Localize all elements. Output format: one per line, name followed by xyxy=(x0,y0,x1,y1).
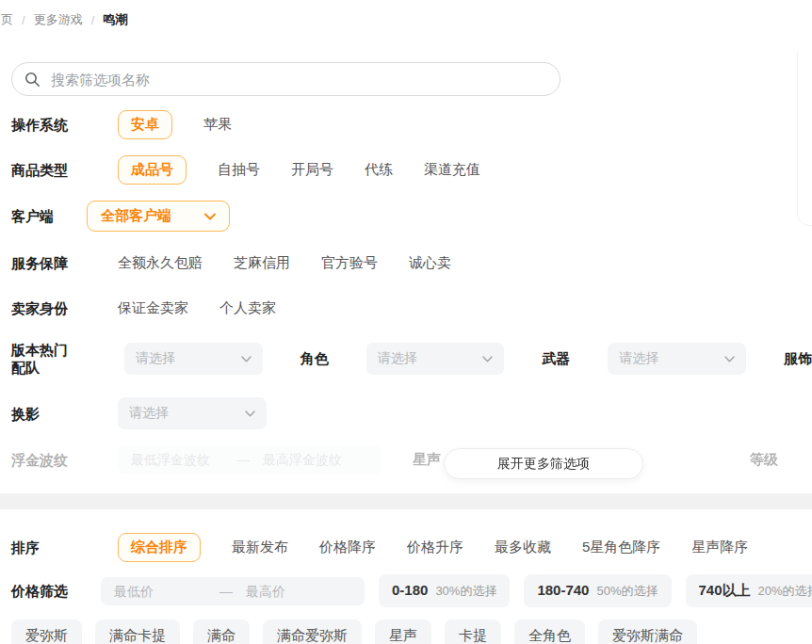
range-dash: — xyxy=(236,452,250,467)
price-range-box[interactable]: — xyxy=(101,577,365,605)
price-range-pill-mid[interactable]: 180-740 50%的选择 xyxy=(524,574,671,607)
sort-option-star-sound-desc[interactable]: 星声降序 xyxy=(691,539,748,556)
os-option-android[interactable]: 安卓 xyxy=(118,110,172,139)
weapon-label: 武器 xyxy=(542,350,570,368)
sort-option-comprehensive[interactable]: 综合排序 xyxy=(118,533,201,562)
breadcrumb-separator: / xyxy=(91,13,95,27)
ripple-range-box[interactable]: — xyxy=(118,445,382,474)
service-option-zhima-credit[interactable]: 芝麻信用 xyxy=(234,254,290,272)
filter-row-shadow: 换影 请选择 xyxy=(0,397,812,429)
tag-pill[interactable]: 满命卡提 xyxy=(95,620,180,644)
filter-row-client: 客户端 全部客户端 xyxy=(0,201,812,232)
filter-row-service: 服务保障 全额永久包赔 芝麻信用 官方验号 诚心卖 xyxy=(0,251,812,274)
price-range-value: 180-740 xyxy=(537,582,589,598)
filter-row-team: 版本热门 配队 请选择 角色 请选择 武器 请选择 服饰 xyxy=(0,341,812,377)
seller-option-deposit[interactable]: 保证金卖家 xyxy=(118,299,188,317)
os-label: 操作系统 xyxy=(11,116,87,134)
filter-row-seller: 卖家身份 保证金卖家 个人卖家 xyxy=(0,297,812,319)
chevron-down-icon xyxy=(482,356,493,362)
sort-option-newest[interactable]: 最新发布 xyxy=(232,539,288,556)
shadow-select[interactable]: 请选择 xyxy=(118,397,267,429)
role-select-placeholder: 请选择 xyxy=(378,350,417,367)
sort-option-price-asc[interactable]: 价格升序 xyxy=(407,539,463,556)
client-label: 客户端 xyxy=(11,207,87,225)
weapon-select[interactable]: 请选择 xyxy=(608,343,746,375)
outfit-label: 服饰 xyxy=(784,350,812,368)
breadcrumb: 页 / 更多游戏 / 鸣潮 xyxy=(0,0,812,28)
service-option-sincere-sale[interactable]: 诚心卖 xyxy=(409,254,451,272)
chevron-down-icon xyxy=(245,411,255,417)
price-range-pill-low[interactable]: 0-180 30%的选择 xyxy=(379,574,510,607)
client-select-value: 全部客户端 xyxy=(101,207,171,225)
price-filter-label: 价格筛选 xyxy=(11,582,87,600)
goods-option-finished[interactable]: 成品号 xyxy=(118,155,187,185)
role-select[interactable]: 请选择 xyxy=(366,343,505,375)
section-divider xyxy=(0,493,812,509)
breadcrumb-current-game: 鸣潮 xyxy=(103,11,127,28)
goods-type-label: 商品类型 xyxy=(11,161,87,179)
weapon-select-placeholder: 请选择 xyxy=(619,350,658,367)
os-option-apple[interactable]: 苹果 xyxy=(203,116,232,134)
sort-option-price-desc[interactable]: 价格降序 xyxy=(319,539,376,556)
search-bar[interactable] xyxy=(11,62,560,96)
goods-option-self-draw[interactable]: 自抽号 xyxy=(218,161,260,179)
search-icon xyxy=(24,72,41,88)
sort-option-most-favorited[interactable]: 最多收藏 xyxy=(495,539,551,556)
ripple-label: 浮金波纹 xyxy=(11,451,87,469)
range-dash: — xyxy=(219,584,233,599)
chevron-down-icon xyxy=(724,356,735,362)
price-range-value: 740以上 xyxy=(699,582,751,600)
price-filter-row: 价格筛选 — 0-180 30%的选择 180-740 50%的选择 740以上… xyxy=(0,574,812,607)
expand-more-filters-button[interactable]: 展开更多筛选项 xyxy=(444,448,643,479)
shadow-select-placeholder: 请选择 xyxy=(129,405,169,422)
price-range-percent: 30%的选择 xyxy=(435,583,496,600)
service-label: 服务保障 xyxy=(11,254,87,272)
team-label: 版本热门 配队 xyxy=(11,341,87,377)
sort-label: 排序 xyxy=(11,539,87,556)
service-option-full-refund[interactable]: 全额永久包赔 xyxy=(118,254,203,272)
breadcrumb-home[interactable]: 页 xyxy=(1,11,13,28)
shadow-label: 换影 xyxy=(11,405,87,423)
tag-pill[interactable]: 满命爱弥斯 xyxy=(263,620,362,644)
level-label: 等级 xyxy=(750,451,778,469)
client-select[interactable]: 全部客户端 xyxy=(87,201,230,232)
ripple-min-input[interactable] xyxy=(131,452,236,467)
chevron-down-icon xyxy=(204,213,216,220)
tag-pill[interactable]: 爱弥斯满命 xyxy=(598,620,697,644)
sort-option-5star-desc[interactable]: 5星角色降序 xyxy=(582,539,660,556)
search-input[interactable] xyxy=(49,71,547,89)
filter-row-os: 操作系统 安卓 苹果 xyxy=(0,110,812,139)
sort-row: 排序 综合排序 最新发布 价格降序 价格升序 最多收藏 5星角色降序 星声降序 xyxy=(0,533,812,562)
hot-tags-row: 爱弥斯 满命卡提 满命 满命爱弥斯 星声 卡提 全角色 爱弥斯满命 xyxy=(0,620,812,644)
goods-option-boosting[interactable]: 代练 xyxy=(365,161,393,179)
service-option-official-verify[interactable]: 官方验号 xyxy=(321,254,378,272)
tag-pill[interactable]: 星声 xyxy=(375,620,431,644)
tag-pill[interactable]: 满命 xyxy=(193,620,250,644)
chevron-down-icon xyxy=(241,356,252,362)
star-sound-label: 星声 xyxy=(413,451,441,469)
role-label: 角色 xyxy=(300,350,329,368)
price-range-percent: 50%的选择 xyxy=(596,583,658,600)
filter-row-goods-type: 商品类型 成品号 自抽号 开局号 代练 渠道充值 xyxy=(0,155,812,185)
team-select-placeholder: 请选择 xyxy=(136,350,175,367)
breadcrumb-separator: / xyxy=(22,13,25,27)
tag-pill[interactable]: 爱弥斯 xyxy=(11,620,82,644)
price-min-input[interactable] xyxy=(114,584,219,599)
goods-option-starter[interactable]: 开局号 xyxy=(291,161,333,179)
ripple-max-input[interactable] xyxy=(263,452,433,467)
seller-option-personal[interactable]: 个人卖家 xyxy=(219,299,276,317)
breadcrumb-more-games[interactable]: 更多游戏 xyxy=(34,11,83,28)
price-range-percent: 20%的选择 xyxy=(758,583,812,600)
price-range-value: 0-180 xyxy=(392,582,428,598)
tag-pill[interactable]: 卡提 xyxy=(445,620,501,644)
filter-page: 页 / 更多游戏 / 鸣潮 操作系统 安卓 苹果 商品类型 成品号 自抽号 开局… xyxy=(0,0,812,644)
filter-row-ripple: 浮金波纹 — 星声 等级 展开更多筛选项 xyxy=(0,445,812,474)
tag-pill[interactable]: 全角色 xyxy=(514,620,585,644)
price-range-pill-high[interactable]: 740以上 20%的选择 xyxy=(686,574,812,607)
floating-panel-edge xyxy=(797,52,812,226)
goods-option-channel-topup[interactable]: 渠道充值 xyxy=(424,161,480,179)
team-select[interactable]: 请选择 xyxy=(124,343,263,375)
seller-label: 卖家身份 xyxy=(11,299,87,317)
